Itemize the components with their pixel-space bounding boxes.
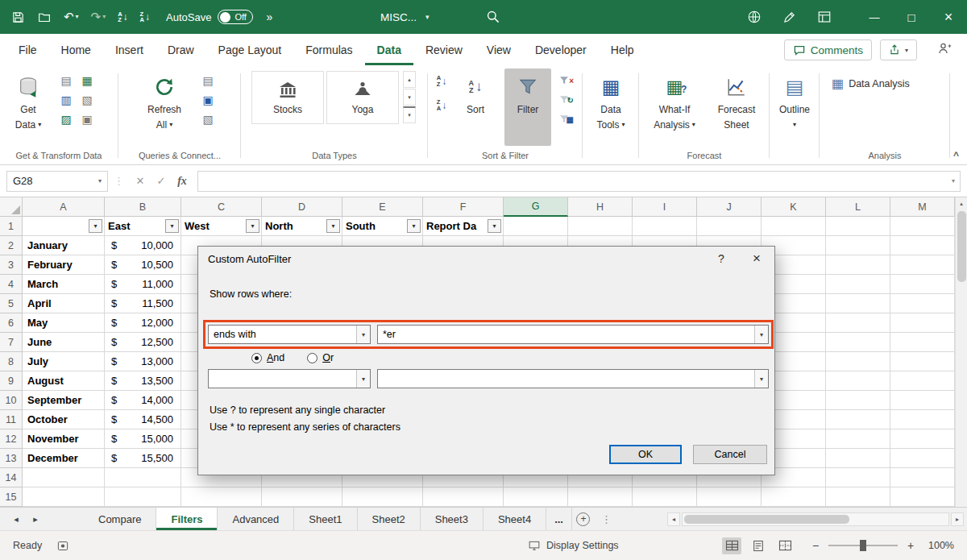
operator-dropdown-2[interactable]: ▾ [208, 369, 371, 388]
cell-L10[interactable] [826, 391, 890, 410]
cell-A10[interactable]: September [23, 391, 105, 410]
from-text-csv-icon[interactable]: ▤ [58, 73, 74, 89]
cell-M1[interactable] [890, 217, 955, 236]
cell-M10[interactable] [890, 391, 955, 410]
cell-L8[interactable] [826, 352, 890, 371]
cell-A14[interactable] [23, 468, 105, 487]
cell-H15[interactable] [568, 487, 633, 507]
cell-B7[interactable]: $12,500 [105, 333, 181, 352]
cell-B9[interactable]: $13,500 [105, 371, 181, 391]
globe-icon[interactable] [747, 9, 762, 25]
row-header-10[interactable]: 10 [0, 391, 23, 410]
macro-record-icon[interactable] [56, 540, 69, 552]
cell-L14[interactable] [826, 468, 890, 487]
cell-L15[interactable] [826, 487, 890, 507]
and-radio[interactable]: And [251, 352, 284, 363]
data-tools-button[interactable]: ▦ Data Tools▾ [587, 68, 635, 146]
cell-M4[interactable] [890, 275, 955, 294]
cell-B11[interactable]: $14,500 [105, 410, 181, 429]
cell-C15[interactable] [181, 487, 262, 507]
ribbon-tab-page-layout[interactable]: Page Layout [206, 34, 294, 65]
get-data-button[interactable]: Get Data▾ [5, 68, 52, 146]
column-header-J[interactable]: J [697, 197, 762, 217]
cell-M9[interactable] [890, 371, 955, 391]
sort-ascending-button[interactable]: AZ↓ [118, 9, 127, 25]
cell-M3[interactable] [890, 255, 955, 275]
ribbon-tab-draw[interactable]: Draw [156, 34, 206, 65]
row-header-13[interactable]: 13 [0, 449, 23, 468]
page-break-preview-button[interactable] [775, 537, 795, 554]
qat-overflow-button[interactable]: » [266, 10, 272, 23]
cell-I15[interactable] [633, 487, 697, 507]
sheet-nav-right[interactable]: ▸ [26, 508, 45, 530]
row-header-9[interactable]: 9 [0, 371, 23, 391]
pen-icon[interactable] [782, 9, 796, 25]
zoom-out-button[interactable]: − [810, 539, 821, 552]
stocks-data-type[interactable]: Stocks [251, 71, 324, 124]
close-button[interactable]: × [930, 0, 967, 34]
cell-L12[interactable] [826, 429, 890, 449]
formula-input[interactable]: ▾ [197, 171, 961, 192]
cancel-button[interactable]: Cancel [693, 445, 767, 464]
data-source-icon[interactable]: ▣ [79, 111, 95, 127]
row-header-15[interactable]: 15 [0, 487, 23, 507]
criteria-input-2[interactable]: ▾ [377, 369, 769, 388]
cell-L5[interactable] [826, 294, 890, 313]
autosave-toggle[interactable]: Off [218, 10, 253, 24]
column-header-H[interactable]: H [568, 197, 633, 217]
filter-dropdown-button-F[interactable]: ▾ [488, 219, 501, 233]
sort-a-to-z-icon[interactable]: AZ↓ [434, 73, 450, 89]
cell-M14[interactable] [890, 468, 955, 487]
criteria-input-1[interactable]: *er ▾ [377, 325, 769, 344]
cell-M6[interactable] [890, 313, 955, 333]
cell-E1[interactable]: South▾ [342, 217, 423, 236]
cell-A3[interactable]: February [23, 255, 105, 275]
advanced-filter-icon[interactable]: ▦ [556, 111, 572, 127]
comments-button[interactable]: Comments [784, 39, 872, 60]
insert-function-button[interactable]: fx [172, 171, 193, 192]
name-box[interactable]: G28 ▾ [6, 171, 108, 192]
filter-dropdown-button-C[interactable]: ▾ [246, 219, 259, 233]
dialog-close-button[interactable]: × [739, 247, 774, 271]
cell-B10[interactable]: $14,000 [105, 391, 181, 410]
zoom-in-button[interactable]: + [905, 539, 916, 552]
outline-button[interactable]: ▤ Outline ▾ [772, 68, 817, 146]
scroll-right-arrow[interactable]: ▸ [951, 512, 964, 526]
dropdown-arrow-icon[interactable]: ▾ [356, 326, 370, 343]
filter-button[interactable]: Filter [504, 68, 551, 146]
save-icon[interactable] [11, 9, 25, 25]
filter-dropdown-button-A[interactable]: ▾ [89, 219, 102, 233]
what-if-analysis-button[interactable]: ▦? What-If Analysis▾ [643, 68, 706, 146]
cell-C1[interactable]: West▾ [181, 217, 262, 236]
from-table-icon[interactable]: ▥ [58, 92, 74, 108]
cell-A1[interactable]: ▾ [23, 217, 105, 236]
redo-button[interactable]: ↷▾ [91, 9, 106, 25]
cell-B6[interactable]: $12,000 [105, 313, 181, 333]
row-header-1[interactable]: 1 [0, 217, 23, 236]
sort-z-to-a-icon[interactable]: ZA↓ [434, 97, 450, 114]
cell-A12[interactable]: November [23, 429, 105, 449]
properties-icon[interactable]: ▤ [200, 73, 216, 89]
filter-dropdown-button-D[interactable]: ▾ [326, 219, 340, 233]
row-header-11[interactable]: 11 [0, 410, 23, 429]
cell-L1[interactable] [826, 217, 890, 236]
cell-M15[interactable] [890, 487, 955, 507]
column-header-D[interactable]: D [262, 197, 342, 217]
cell-D1[interactable]: North▾ [262, 217, 342, 236]
cell-B5[interactable]: $11,500 [105, 294, 181, 313]
sheet-tab-advanced[interactable]: Advanced [218, 508, 294, 530]
cell-B14[interactable] [105, 468, 181, 487]
display-settings-button[interactable]: Display Settings [528, 540, 619, 551]
sort-button[interactable]: AZ↓ Sort [454, 68, 496, 146]
column-header-A[interactable]: A [23, 197, 105, 217]
scroll-left-arrow[interactable]: ◂ [667, 512, 680, 526]
cell-F15[interactable] [423, 487, 504, 507]
cell-M7[interactable] [890, 333, 955, 352]
column-header-K[interactable]: K [762, 197, 826, 217]
cell-H1[interactable] [568, 217, 633, 236]
cell-B1[interactable]: East▾ [105, 217, 181, 236]
undo-button[interactable]: ↶▾ [64, 9, 79, 25]
cell-F1[interactable]: Report Da▾ [423, 217, 504, 236]
cell-J1[interactable] [697, 217, 762, 236]
sheet-tab-compare[interactable]: Compare [84, 508, 156, 530]
